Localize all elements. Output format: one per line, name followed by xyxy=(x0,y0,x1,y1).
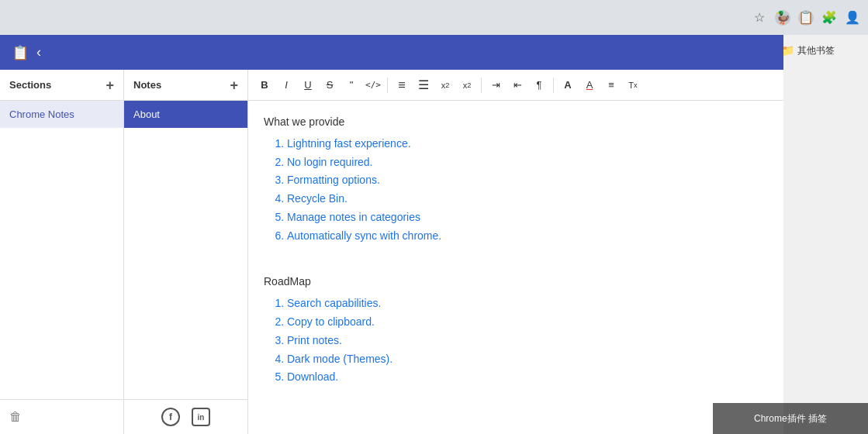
facebook-icon[interactable]: f xyxy=(161,408,180,426)
list-item: Download. xyxy=(287,368,768,387)
notes-header: Notes + xyxy=(124,70,247,101)
unordered-list-button[interactable]: ☰ xyxy=(413,75,434,95)
align-button[interactable]: ≡ xyxy=(601,75,621,95)
list-item: Formatting options. xyxy=(287,171,768,190)
puzzle-icon[interactable]: 🧩 xyxy=(821,10,837,26)
indent-right-button[interactable]: ⇥ xyxy=(486,75,506,95)
extensions-icon[interactable]: 📋 xyxy=(798,10,814,26)
toolbar-separator-3 xyxy=(553,78,554,93)
notes-list: About xyxy=(124,101,247,399)
sections-list: Chrome Notes xyxy=(0,101,123,399)
bold-button[interactable]: B xyxy=(254,75,275,95)
indent-left-button[interactable]: ⇤ xyxy=(507,75,527,95)
blockquote-button[interactable]: " xyxy=(341,75,361,95)
notes-footer: f in xyxy=(124,399,247,434)
add-section-button[interactable]: + xyxy=(105,78,114,92)
section-item-chrome-notes[interactable]: Chrome Notes xyxy=(0,101,123,128)
section1-list: Lightning fast experience. No login requ… xyxy=(264,135,768,246)
note-item-label: About xyxy=(133,108,160,120)
notes-label: Notes xyxy=(133,79,161,91)
strikethrough-button[interactable]: S xyxy=(320,75,340,95)
list-item: Manage notes in categories xyxy=(287,208,768,227)
bookmark-bar: 📁 其他书签 xyxy=(775,35,868,66)
italic-button[interactable]: I xyxy=(276,75,296,95)
list-item: Dark mode (Themes). xyxy=(287,350,768,369)
list-item: No login required. xyxy=(287,153,768,172)
notes-panel: Notes + About f in xyxy=(124,70,248,434)
list-item: Recycle Bin. xyxy=(287,190,768,208)
superscript-button[interactable]: x2 xyxy=(457,75,477,95)
star-icon[interactable]: ☆ xyxy=(752,10,767,26)
list-item: Automatically sync with chrome. xyxy=(287,227,768,246)
sections-panel: Sections + Chrome Notes 🗑 xyxy=(0,70,124,434)
list-item: Copy to clipboard. xyxy=(287,313,768,332)
toolbar-separator-2 xyxy=(481,78,482,93)
browser-bar: ☆ 🦆 📋 🧩 👤 xyxy=(0,0,868,35)
list-item: Lightning fast experience. xyxy=(287,135,768,153)
editor-toolbar: B I U S " </> ≡ ☰ x2 x2 ⇥ ⇤ ¶ A A ≡ Tx xyxy=(248,70,783,101)
section1-title: What we provide xyxy=(264,113,768,132)
sections-footer: 🗑 xyxy=(0,399,123,434)
add-note-button[interactable]: + xyxy=(230,78,238,92)
linkedin-icon[interactable]: in xyxy=(192,408,210,426)
underline-button[interactable]: U xyxy=(298,75,318,95)
delete-section-button[interactable]: 🗑 xyxy=(9,410,22,424)
watermark: Chrome插件 插签 xyxy=(713,403,868,434)
list-item: Search capabilities. xyxy=(287,294,768,313)
duck-icon[interactable]: 🦆 xyxy=(775,10,790,26)
toolbar-separator-1 xyxy=(387,78,388,93)
section2-list: Search capabilities. Copy to clipboard. … xyxy=(264,294,768,387)
panel-header: 📋 ‹ xyxy=(0,35,783,70)
panel-content: Sections + Chrome Notes 🗑 Notes + About xyxy=(0,70,783,434)
bookmark-folder[interactable]: 📁 其他书签 xyxy=(781,44,835,57)
code-button[interactable]: </> xyxy=(363,75,383,95)
watermark-text: Chrome插件 插签 xyxy=(754,412,827,425)
highlight-button[interactable]: A xyxy=(579,75,600,95)
collapse-button[interactable]: ‹ xyxy=(36,44,41,60)
extension-panel: 📋 ‹ Sections + Chrome Notes 🗑 Notes + xyxy=(0,35,783,434)
subscript-button[interactable]: x2 xyxy=(435,75,455,95)
list-item: Print notes. xyxy=(287,332,768,350)
section-item-label: Chrome Notes xyxy=(9,108,74,120)
editor-panel: B I U S " </> ≡ ☰ x2 x2 ⇥ ⇤ ¶ A A ≡ Tx xyxy=(248,70,783,434)
paragraph-button[interactable]: ¶ xyxy=(529,75,549,95)
ordered-list-button[interactable]: ≡ xyxy=(392,75,412,95)
font-color-button[interactable]: A xyxy=(558,75,578,95)
note-header-icon: 📋 xyxy=(12,44,29,61)
sections-header: Sections + xyxy=(0,70,123,101)
section2-title: RoadMap xyxy=(264,273,768,291)
bookmark-label: 其他书签 xyxy=(797,44,835,57)
note-item-about[interactable]: About xyxy=(124,101,247,128)
sections-label: Sections xyxy=(9,79,51,91)
clear-format-button[interactable]: Tx xyxy=(623,75,643,95)
editor-content[interactable]: What we provide Lightning fast experienc… xyxy=(248,101,783,434)
account-icon[interactable]: 👤 xyxy=(845,10,860,26)
